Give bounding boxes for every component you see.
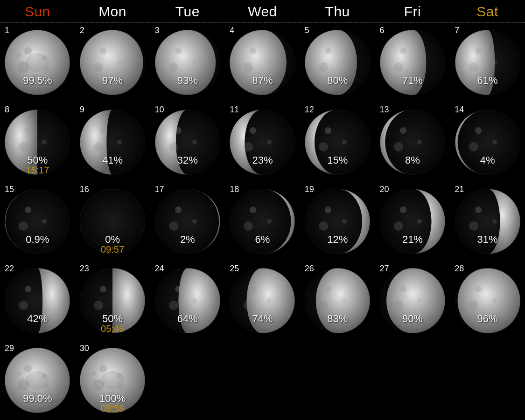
day-number: 19: [305, 185, 314, 194]
day-number: 25: [230, 264, 239, 274]
day-cell-14: 14 4%: [450, 102, 525, 181]
svg-point-2: [24, 47, 32, 55]
svg-point-109: [192, 219, 197, 224]
moon-image: 31%: [455, 189, 520, 254]
day-number: 23: [80, 264, 89, 274]
day-cell-23: 23 50%05:46: [75, 261, 150, 340]
svg-point-200: [91, 371, 96, 376]
illumination-label: 99.5%: [5, 75, 70, 87]
day-number: 3: [154, 26, 159, 35]
svg-point-49: [469, 62, 478, 72]
day-number: 13: [380, 105, 389, 115]
illumination-label: 64%: [155, 313, 220, 325]
moon-image: 0.9%: [5, 189, 70, 254]
moon-image: 42%: [5, 268, 70, 333]
moon-image: 99.0%: [5, 348, 70, 413]
svg-point-174: [417, 298, 422, 303]
svg-point-20: [175, 48, 182, 54]
svg-point-190: [16, 371, 21, 376]
day-number: 18: [230, 185, 239, 194]
svg-point-121: [342, 219, 347, 224]
day-cell-18: 18 6%: [225, 182, 300, 261]
svg-point-28: [244, 62, 253, 72]
svg-point-87: [417, 140, 422, 145]
day-number: 15: [5, 185, 14, 194]
svg-point-139: [42, 298, 47, 303]
empty-cell: [300, 341, 375, 420]
moon-image: 21%: [380, 189, 445, 254]
moon-time-label: 05:46: [80, 324, 145, 333]
day-number: 6: [380, 26, 385, 35]
svg-point-145: [94, 301, 103, 310]
svg-point-68: [169, 142, 178, 151]
svg-point-42: [394, 62, 403, 72]
svg-point-132: [469, 221, 478, 231]
svg-point-69: [192, 140, 197, 145]
moon-image: 15%: [305, 110, 370, 175]
svg-point-21: [169, 62, 178, 72]
svg-point-57: [42, 140, 47, 145]
svg-point-14: [94, 62, 103, 72]
day-number: 24: [154, 264, 164, 274]
illumination-label: 32%: [155, 154, 220, 166]
day-number: 30: [80, 344, 89, 353]
illumination-label: 0.9%: [5, 234, 70, 246]
day-cell-26: 26 83%: [300, 261, 375, 340]
moon-image: 100%08:58: [80, 348, 145, 413]
illumination-label: 83%: [305, 313, 370, 325]
illumination-label: 23%: [230, 154, 295, 166]
moon-image: 41%: [80, 110, 145, 175]
day-cell-10: 10 32%: [150, 102, 225, 181]
svg-point-107: [175, 207, 182, 213]
illumination-label: 21%: [380, 234, 445, 246]
day-number: 8: [5, 105, 9, 115]
illumination-label: 4%: [455, 154, 520, 166]
illumination-label: 99.0%: [5, 392, 70, 405]
illumination-label: 90%: [380, 313, 445, 325]
illumination-label: 71%: [380, 75, 445, 87]
svg-point-133: [492, 219, 497, 224]
svg-point-167: [342, 298, 347, 303]
day-number: 9: [80, 105, 84, 115]
svg-point-146: [117, 298, 122, 303]
day-cell-4: 4 87%: [225, 23, 300, 102]
svg-point-158: [250, 286, 256, 292]
moon-image: 8%: [380, 110, 445, 175]
header-sat: Sat: [450, 4, 525, 20]
day-number: 29: [5, 344, 14, 353]
svg-point-125: [400, 207, 406, 213]
day-cell-1: 1 99.5%: [0, 23, 75, 102]
day-cell-11: 11 23%: [225, 102, 300, 181]
svg-point-99: [42, 219, 47, 224]
svg-point-79: [325, 127, 331, 134]
svg-point-153: [192, 298, 197, 303]
day-number: 22: [5, 264, 14, 274]
svg-point-126: [394, 221, 403, 231]
day-number: 10: [154, 105, 164, 115]
svg-point-201: [101, 371, 124, 390]
day-cell-2: 2 97%: [75, 23, 150, 102]
svg-point-115: [267, 219, 272, 224]
moon-image: 2%: [155, 189, 220, 254]
day-number: 20: [380, 185, 389, 194]
day-cell-8: 8 50%15:17: [0, 102, 75, 181]
illumination-label: 80%: [305, 75, 370, 87]
day-cell-27: 27 90%: [375, 261, 450, 340]
calendar-header: SunMonTueWedThuFriSat: [0, 0, 525, 23]
day-cell-20: 20 21%: [375, 182, 450, 261]
illumination-label: 97%: [80, 75, 145, 87]
svg-point-160: [267, 298, 272, 303]
svg-point-127: [417, 219, 422, 224]
day-cell-30: 30 100%08:58: [75, 341, 150, 420]
moon-calendar: SunMonTueWedThuFriSat 1 99.5%2: [0, 0, 525, 420]
day-cell-3: 3 93%: [150, 23, 225, 102]
day-cell-9: 9 41%: [75, 102, 150, 181]
svg-point-119: [325, 207, 331, 213]
moon-image: 61%: [455, 30, 520, 95]
svg-point-98: [19, 221, 28, 231]
svg-point-50: [492, 60, 497, 65]
moon-image: 99.5%: [5, 30, 70, 95]
moon-time-label: 09:57: [80, 244, 145, 254]
illumination-label: 6%: [230, 234, 295, 246]
moon-image: 64%: [155, 268, 220, 333]
